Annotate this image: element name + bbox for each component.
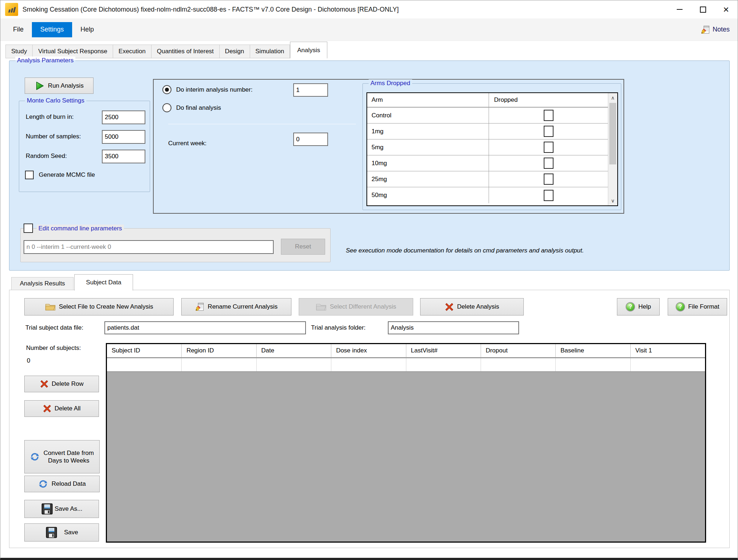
minimize-button[interactable] (668, 0, 691, 18)
menu-bar: File Settings Help Notes (0, 18, 738, 41)
cmd-params-input[interactable] (24, 240, 274, 254)
rename-analysis-label: Rename Current Analysis (208, 303, 278, 310)
col-dropout: Dropout (481, 344, 556, 357)
final-analysis-radio[interactable] (162, 103, 171, 112)
generate-mcmc-checkbox[interactable] (25, 171, 34, 179)
delete-all-x-icon (43, 404, 51, 413)
samples-input[interactable] (102, 130, 145, 144)
reload-refresh-icon (38, 479, 48, 489)
file-format-glyph: ? (679, 304, 682, 310)
col-visit-1: Visit 1 (631, 344, 705, 357)
col-subject-id: Subject ID (107, 344, 182, 357)
arms-table-scrollbar[interactable]: ∧ ∨ (608, 93, 617, 205)
reload-data-button[interactable]: Reload Data (24, 476, 100, 492)
rename-icon (195, 302, 204, 312)
delete-x-icon (445, 302, 454, 312)
analysis-folder-input[interactable] (388, 321, 519, 334)
scroll-up-button[interactable]: ∧ (608, 93, 617, 103)
minimize-icon (677, 9, 683, 10)
delete-analysis-label: Delete Analysis (457, 303, 499, 310)
menu-file[interactable]: File (5, 22, 32, 37)
reset-button[interactable]: Reset (281, 239, 325, 255)
rename-analysis-button[interactable]: Rename Current Analysis (181, 298, 291, 315)
scroll-down-button[interactable]: ∨ (608, 196, 617, 205)
arm-dropped-checkbox[interactable] (544, 126, 554, 137)
tab-execution[interactable]: Execution (113, 45, 152, 58)
burn-in-label: Length of burn in: (26, 113, 74, 121)
data-file-label: Trial subject data file: (25, 324, 83, 331)
help-button[interactable]: ? Help (617, 298, 660, 315)
tab-subject-data[interactable]: Subject Data (74, 274, 133, 291)
main-tab-strip: Study Virtual Subject Response Execution… (5, 42, 327, 58)
delete-all-label: Delete All (55, 405, 81, 412)
current-week-label: Current week: (168, 140, 207, 147)
save-as-button[interactable]: Save As... (24, 500, 99, 518)
arm-dropped-checkbox[interactable] (544, 174, 554, 185)
folder-icon (45, 302, 56, 312)
col-region-id: Region ID (182, 344, 256, 357)
arms-table-header: Arm Dropped (367, 93, 608, 108)
arms-col-dropped: Dropped (489, 93, 608, 107)
select-different-analysis-button[interactable]: Select Different Analysis (299, 298, 413, 315)
arm-dropped-checkbox[interactable] (544, 158, 554, 169)
save-button[interactable]: Save (24, 523, 99, 542)
burn-in-input[interactable] (102, 110, 145, 124)
save-label: Save (64, 529, 78, 536)
tab-quantities-of-interest[interactable]: Quantities of Interest (152, 45, 220, 58)
analysis-mode-panel: Do interim analysis number: Do final ana… (153, 79, 624, 214)
delete-all-button[interactable]: Delete All (24, 400, 99, 417)
tab-analysis[interactable]: Analysis (290, 42, 327, 58)
app-window: Smoking Cessation (Core Dichotomous) fix… (0, 0, 738, 560)
tab-simulation[interactable]: Simulation (250, 45, 290, 58)
delete-row-x-icon (40, 380, 49, 388)
arms-row: 10mg (367, 155, 608, 171)
select-different-analysis-label: Select Different Analysis (330, 303, 396, 310)
arm-name: Control (367, 108, 489, 123)
arm-dropped-checkbox[interactable] (544, 190, 554, 201)
arms-row: 1mg (367, 124, 608, 139)
monte-carlo-label: Monte Carlo Settings (25, 97, 86, 105)
convert-date-button[interactable]: Convert Date from Days to Weeks (24, 440, 100, 473)
notes-button[interactable]: Notes (701, 25, 730, 34)
scrollbar-thumb[interactable] (609, 103, 616, 164)
subject-table-header: Subject ID Region ID Date Dose index Las… (107, 344, 705, 358)
menu-help[interactable]: Help (72, 22, 102, 37)
analysis-folder-label: Trial analysis folder: (311, 324, 366, 331)
interim-number-input[interactable] (293, 83, 328, 97)
subject-table-empty-row[interactable] (107, 358, 705, 372)
number-of-subjects-label: Number of subjects: (26, 344, 81, 352)
maximize-button[interactable] (691, 0, 714, 18)
arms-row: 5mg (367, 139, 608, 155)
menu-settings[interactable]: Settings (32, 22, 72, 37)
current-week-input[interactable] (293, 133, 328, 146)
col-baseline: Baseline (556, 344, 630, 357)
col-dose-index: Dose index (331, 344, 406, 357)
tab-design[interactable]: Design (220, 45, 250, 58)
col-lastvisit: LastVisit# (406, 344, 481, 357)
notes-icon (701, 25, 710, 34)
col-date: Date (257, 344, 331, 357)
seed-input[interactable] (102, 150, 145, 163)
delete-row-label: Delete Row (52, 380, 84, 388)
delete-analysis-button[interactable]: Delete Analysis (420, 298, 524, 315)
file-format-button[interactable]: ? File Format (668, 298, 727, 315)
interim-analysis-label: Do interim analysis number: (176, 86, 253, 93)
reset-label: Reset (295, 243, 311, 250)
cmd-params-group: Edit command line parameters Reset (20, 228, 331, 262)
delete-row-button[interactable]: Delete Row (24, 376, 99, 392)
subject-data-panel: Select File to Create New Analysis Renam… (9, 290, 730, 548)
help-label: Help (638, 303, 651, 310)
file-format-orb-icon: ? (676, 302, 685, 312)
select-file-button[interactable]: Select File to Create New Analysis (24, 298, 174, 315)
interim-analysis-radio[interactable] (162, 85, 171, 94)
analysis-parameters-group: Analysis Parameters Run Analysis Monte C… (9, 60, 730, 271)
data-file-input[interactable] (104, 321, 306, 334)
run-analysis-button[interactable]: Run Analysis (25, 78, 94, 94)
arms-row: Control (367, 108, 608, 124)
tab-analysis-results[interactable]: Analysis Results (11, 277, 74, 290)
arm-dropped-checkbox[interactable] (544, 142, 554, 153)
edit-cmd-checkbox[interactable] (24, 223, 33, 233)
arm-dropped-checkbox[interactable] (544, 110, 554, 121)
maximize-icon (700, 7, 706, 13)
close-button[interactable]: ✕ (714, 0, 738, 18)
